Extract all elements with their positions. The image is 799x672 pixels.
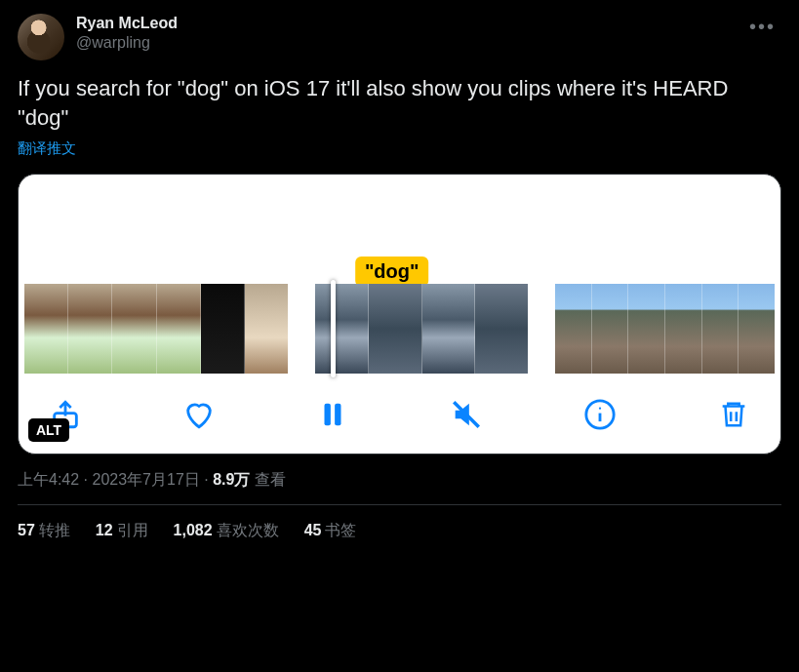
tweet-text: If you search for "dog" on iOS 17 it'll …	[18, 74, 781, 132]
avatar[interactable]	[18, 14, 64, 60]
clip-frame	[315, 284, 369, 374]
playhead[interactable]	[331, 280, 336, 377]
clip-frame	[665, 284, 702, 374]
tweet-container: Ryan McLeod @warpling ••• If you search …	[0, 0, 799, 557]
tweet-header: Ryan McLeod @warpling •••	[18, 14, 781, 60]
clip-frame	[555, 284, 592, 374]
clip-frame	[422, 284, 476, 374]
views-count: 8.9万	[213, 471, 250, 488]
pause-icon[interactable]	[313, 395, 352, 434]
clip-frame	[24, 284, 68, 374]
clip-group[interactable]	[24, 284, 288, 374]
video-timeline	[19, 284, 780, 374]
tweet-stats: 57转推 12引用 1,082喜欢次数 45书签	[18, 505, 781, 557]
clip-group[interactable]	[555, 284, 775, 374]
audio-keyword-marker: "dog"	[355, 257, 429, 287]
translate-link[interactable]: 翻译推文	[18, 139, 76, 158]
media-toolbar	[19, 374, 780, 440]
tweet-meta: 上午4:42 · 2023年7月17日 · 8.9万 查看	[18, 470, 781, 505]
views-label: 查看	[255, 471, 286, 488]
info-icon[interactable]	[580, 395, 619, 434]
mute-icon[interactable]	[447, 395, 486, 434]
clip-frame	[157, 284, 201, 374]
clip-frame	[592, 284, 629, 374]
alt-badge[interactable]: ALT	[28, 418, 69, 442]
clip-frame	[702, 284, 739, 374]
svg-rect-2	[335, 404, 340, 426]
retweets-stat[interactable]: 57转推	[18, 521, 70, 541]
clip-frame	[201, 284, 245, 374]
more-options-button[interactable]: •••	[743, 14, 781, 40]
likes-stat[interactable]: 1,082喜欢次数	[174, 521, 279, 541]
handle: @warpling	[76, 33, 743, 53]
clip-frame	[112, 284, 156, 374]
clip-frame	[628, 284, 665, 374]
clip-group-active[interactable]	[315, 284, 528, 374]
bookmarks-stat[interactable]: 45书签	[304, 521, 357, 541]
clip-frame	[369, 284, 422, 374]
quotes-stat[interactable]: 12引用	[96, 521, 148, 541]
svg-rect-1	[325, 404, 331, 426]
clip-frame	[739, 284, 775, 374]
clip-frame	[68, 284, 112, 374]
author-block[interactable]: Ryan McLeod @warpling	[76, 14, 743, 53]
clip-frame	[245, 284, 288, 374]
heart-icon[interactable]	[180, 395, 219, 434]
trash-icon[interactable]	[714, 395, 753, 434]
media-attachment[interactable]: "dog"	[18, 174, 781, 455]
clip-frame	[475, 284, 528, 374]
display-name: Ryan McLeod	[76, 14, 743, 33]
tweet-date[interactable]: 2023年7月17日	[92, 471, 199, 488]
tweet-time[interactable]: 上午4:42	[18, 471, 79, 488]
svg-point-6	[599, 408, 601, 410]
